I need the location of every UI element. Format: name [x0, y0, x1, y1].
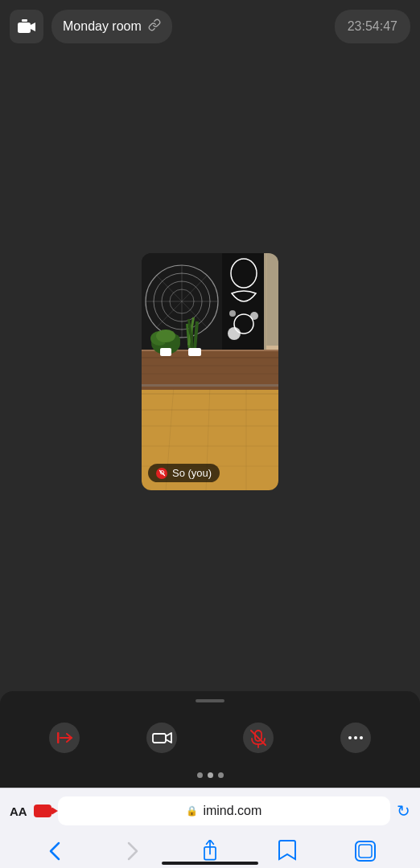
time-display: 23:54:47	[335, 10, 410, 43]
svg-rect-47	[142, 384, 278, 387]
back-button[interactable]	[40, 837, 69, 866]
room-name-pill[interactable]: Monday room	[51, 10, 172, 43]
svg-rect-67	[359, 845, 372, 858]
time-label: 23:54:47	[348, 19, 397, 34]
reload-button[interactable]: ↻	[397, 801, 410, 821]
leave-button[interactable]	[42, 715, 87, 760]
url-text: imind.com	[203, 804, 261, 818]
mute-indicator-icon	[156, 468, 167, 479]
page-dot-1	[197, 772, 203, 778]
controls-panel	[0, 691, 420, 788]
svg-point-2	[23, 26, 26, 29]
participant-name-label: So (you)	[172, 467, 212, 479]
camera-toggle-icon	[146, 723, 177, 753]
bookmarks-button[interactable]	[273, 837, 302, 866]
tabs-icon	[355, 841, 376, 862]
back-icon	[47, 840, 62, 862]
record-indicator-icon	[34, 805, 51, 817]
lock-icon: 🔒	[186, 805, 198, 817]
forward-icon	[126, 840, 140, 862]
tabs-button[interactable]	[351, 837, 380, 866]
mute-button[interactable]	[236, 715, 281, 760]
home-indicator	[162, 862, 258, 865]
header: Monday room 23:54:47	[0, 0, 420, 52]
forward-button[interactable]	[118, 837, 147, 866]
svg-marker-3	[31, 23, 35, 31]
bookmarks-icon	[277, 840, 298, 862]
room-scene	[142, 253, 278, 490]
page-dot-3	[218, 772, 224, 778]
participant-video-tile: So (you)	[142, 253, 278, 490]
link-icon	[148, 18, 161, 35]
more-button[interactable]	[333, 715, 378, 760]
svg-point-32	[250, 312, 258, 320]
url-field[interactable]: 🔒 imind.com	[58, 796, 390, 825]
browser-bar: AA 🔒 imind.com ↻	[0, 788, 420, 868]
main-video-area: So (you)	[0, 52, 420, 691]
svg-rect-4	[22, 19, 27, 22]
svg-point-63	[360, 736, 363, 739]
svg-point-31	[228, 327, 241, 340]
camera-toggle-button[interactable]	[139, 715, 184, 760]
url-bar: AA 🔒 imind.com ↻	[0, 788, 420, 833]
camera-icon	[18, 19, 35, 34]
camera-button[interactable]	[10, 10, 43, 43]
page-indicator	[197, 772, 224, 778]
svg-point-61	[348, 736, 352, 739]
more-icon	[340, 723, 371, 753]
svg-point-33	[229, 310, 236, 317]
share-icon	[200, 840, 220, 862]
controls-row	[0, 702, 420, 772]
svg-rect-46	[188, 348, 201, 356]
room-name-label: Monday room	[63, 19, 142, 34]
mute-icon	[243, 723, 274, 753]
svg-rect-53	[146, 723, 177, 753]
aa-button[interactable]: AA	[10, 805, 27, 818]
page-dot-2	[208, 772, 213, 778]
leave-icon	[49, 723, 80, 753]
svg-point-39	[156, 330, 175, 342]
svg-point-62	[354, 736, 357, 739]
participant-name-badge: So (you)	[148, 464, 220, 482]
svg-rect-40	[160, 348, 171, 356]
svg-rect-52	[57, 732, 60, 743]
